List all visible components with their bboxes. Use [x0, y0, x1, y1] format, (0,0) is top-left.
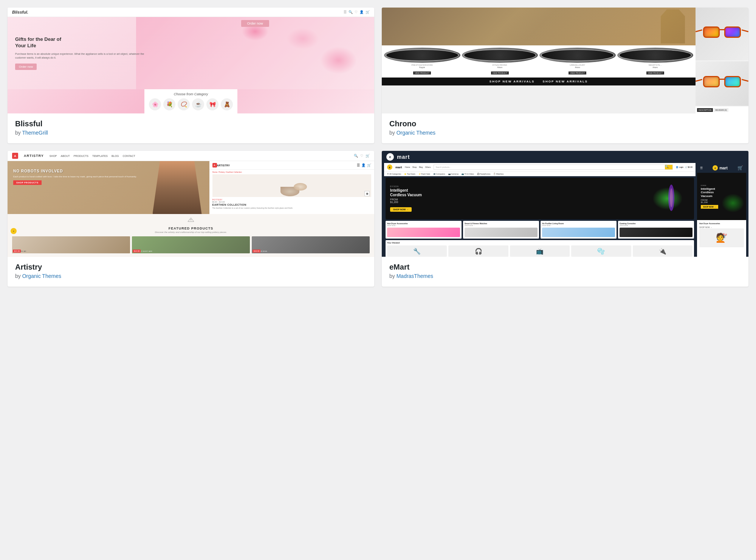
emart-header-bar: e mart — [382, 151, 748, 163]
sunglass-shape-1 — [701, 25, 743, 43]
desc-tab-btn[interactable]: DESCRIPTION — [697, 108, 713, 112]
blissful-flowers-decoration — [136, 17, 375, 89]
artistry-products-grid: STONEWARE JAR $24.99 SUCCULENT SHORT VAS… — [12, 236, 370, 253]
emart-cat-flash[interactable]: ⚡ Flash Sale — [418, 173, 430, 175]
emart-nav-logo: e — [387, 164, 392, 170]
emart-hero-section: DYSON IntelligentCordless Vacuum FROM$1,… — [386, 178, 694, 219]
artistry-shop-btn[interactable]: SHOP PRODUCTS — [13, 180, 42, 185]
artistry-product-0: STONEWARE JAR $24.99 — [12, 236, 130, 253]
artistry-pottery-desc: The Earthen Collection is a set of our c… — [212, 207, 372, 209]
artistry-brand: ARTISTRY — [24, 154, 44, 158]
artistry-info: Artistry by Organic Themes — [8, 257, 374, 287]
emart-mobile-glow — [722, 194, 744, 213]
emart-nav-bar: e mart Home Shop Blog Others Search prod… — [384, 163, 696, 171]
emart-cat-watches[interactable]: ⌚ Watches — [493, 173, 503, 175]
artistry-mobile-icons: ☰ 👤 🛒 — [357, 163, 371, 167]
emart-preview: e mart e mart Home Shop Blog Others — [382, 151, 748, 257]
artistry-expand-icon: ⊕ — [364, 191, 370, 196]
artistry-breadcrumb: Home / Pottery / Earthen Collection — [209, 170, 375, 174]
emart-search-input[interactable]: Search products... — [434, 165, 665, 169]
sunglass-bridge-1 — [720, 29, 724, 32]
watch-btn-0[interactable]: VIEW PRODUCT — [413, 71, 431, 74]
blissful-hero-left: Gifts for the Dear ofYour Life Purchase … — [8, 17, 154, 89]
emart-catcard-link-1[interactable]: SHOP NOW → — [465, 225, 538, 226]
emart-viewed-item-3: 🫧 Smart Front Load Washing Machine 9kg $… — [571, 245, 631, 257]
watch-btn-1[interactable]: VIEW PRODUCT — [491, 71, 509, 74]
artistry-pottery-name: EARTHEN COLLECTION — [212, 203, 372, 206]
emart-nav-brand: mart — [395, 166, 402, 169]
artistry-pottery-price: $6.00 – $14.00 — [212, 201, 372, 203]
artistry-prev-arrow[interactable]: ‹ — [11, 228, 17, 234]
artistry-section-icon — [12, 217, 370, 224]
sunglass-arm-right-2 — [742, 79, 748, 82]
watch-price-2: Arturo — [539, 66, 616, 68]
watch-img-3 — [617, 48, 694, 63]
sunglass-bridge-2 — [720, 79, 724, 82]
sunglasses-bottom — [696, 61, 748, 106]
sunglass-lens-right-2 — [724, 76, 741, 87]
theme-card-artistry[interactable]: A ARTISTRY SHOP ABOUT PRODUCTS TEMPLATES… — [8, 151, 374, 287]
watch-item-1: DYNACHRONO Arturo VIEW PRODUCT — [462, 48, 538, 75]
emart-cat-headphones[interactable]: 🎧 Headphones — [477, 173, 491, 175]
artistry-nav: A ARTISTRY SHOP ABOUT PRODUCTS TEMPLATES… — [8, 151, 374, 161]
theme-card-blissful[interactable]: Blissful. ☰🔍♡👤🛒 Gifts for the Dear ofYou… — [8, 8, 374, 143]
emart-mobile-shop-btn[interactable]: SHOP NOW → — [701, 205, 718, 209]
emart-viewed-item-4: 🔌 USB Cable F-5020 charging cable, etc $… — [633, 245, 692, 257]
emart-mobile-sidebar: ☰ e mart 🛒 DYSON IntelligentCordlessVacu… — [697, 163, 746, 257]
artistry-hero-left: NO ROBOTS INVOLVED Each product is hand-… — [8, 161, 209, 214]
theme-card-emart[interactable]: e mart e mart Home Shop Blog Others — [382, 151, 748, 287]
emart-catcard-link-0[interactable]: SHOP NOW → — [387, 225, 460, 226]
emart-search-btn[interactable]: 🔍 — [665, 165, 672, 169]
emart-cat-computers[interactable]: 💻 Computers — [433, 173, 445, 175]
blissful-info: Blissful by ThemeGrill — [8, 113, 374, 143]
blissful-preview: Blissful. ☰🔍♡👤🛒 Gifts for the Dear ofYou… — [8, 8, 374, 113]
emart-mobile-hero: DYSON IntelligentCordlessVacuum FROM$1,2… — [697, 173, 746, 220]
emart-cat-cameras[interactable]: 📷 Cameras — [448, 173, 459, 175]
emart-mobile-logo-wrap: ☰ — [700, 166, 703, 170]
watch-price-1: Arturo — [462, 66, 538, 68]
artistry-name: Artistry — [15, 263, 367, 271]
emart-cat-deals[interactable]: ⭐ Top Deals — [404, 173, 415, 175]
blissful-cat-circles: 🌸 💐 📿 ☕ 🎀 🧸 — [149, 98, 233, 110]
artistry-product-price-1: $14.99 — [133, 250, 141, 253]
chrono-info: Chrono by Organic Themes — [382, 113, 748, 143]
pottery-bowl-2 — [294, 183, 307, 191]
emart-catcard-img-2 — [542, 228, 615, 237]
emart-viewed-item-0: 🔧 Home Steam Iron for Clothe... $1.69 — [387, 245, 447, 257]
emart-author-link[interactable]: MadrasThemes — [397, 273, 433, 279]
emart-catcard-link-3[interactable]: SHOP NOW → — [620, 225, 692, 226]
chrono-author-link[interactable]: Organic Themes — [397, 130, 435, 136]
emart-viewed-title: You Viewed — [387, 242, 692, 244]
blissful-cat-title: Choose from Category — [149, 92, 233, 96]
blissful-hero-text: Purchase items is an absolute unique exp… — [15, 52, 147, 60]
watch-btn-2[interactable]: VIEW PRODUCT — [569, 71, 586, 74]
reviews-tab-btn[interactable]: REVIEWS (0) — [714, 108, 728, 112]
blissful-hero-title: Gifts for the Dear ofYour Life — [15, 36, 147, 49]
watch-btn-3[interactable]: VIEW PRODUCT — [646, 71, 664, 74]
emart-cat-tv[interactable]: 📺 TV & Video — [462, 173, 474, 175]
emart-shop-now-btn[interactable]: SHOP NOW → — [390, 207, 412, 212]
emart-cat-all[interactable]: ☰ All Categories — [387, 173, 401, 175]
artistry-product-hero: ⊕ — [212, 174, 372, 197]
emart-catcard-link-2[interactable]: SHOP NOW → — [542, 225, 615, 226]
artistry-woman — [145, 161, 202, 214]
artistry-logo: A — [12, 153, 18, 159]
emart-catcard-img-3 — [620, 228, 692, 237]
artistry-author-link[interactable]: Organic Themes — [22, 273, 61, 279]
sunglass-shape-2 — [701, 74, 743, 93]
blissful-author-link[interactable]: ThemeGrill — [22, 130, 48, 136]
theme-card-chrono[interactable]: PRESTIGEHORIZONS Kaypix VIEW PRODUCT DYN… — [382, 8, 748, 143]
artistry-hero-text: NO ROBOTS INVOLVED Each product is hand-… — [13, 169, 136, 185]
artistry-hero-subtitle: Each product is hand-crafted with love. … — [13, 175, 136, 178]
sunglass-arm-right-1 — [742, 29, 748, 33]
emart-viewed-img-1: 🎧 — [448, 245, 508, 257]
emart-cat-card-1: Smart & Fitness Watches SHOP NOW → — [463, 221, 539, 239]
blissful-name: Blissful — [15, 119, 367, 128]
blissful-order-btn[interactable]: Order now — [15, 64, 37, 70]
blissful-hero: Gifts for the Dear ofYour Life Purchase … — [8, 17, 374, 89]
watch-price-0: Kaypix — [384, 66, 460, 68]
emart-viewed-section: You Viewed 🔧 Home Steam Iron for Clothe.… — [386, 240, 694, 257]
emart-mobile-prod-name: Hair Dryer Accessories — [699, 222, 744, 225]
emart-search-bar: Search products... 🔍 — [434, 164, 673, 170]
emart-cat-card-2: Air Purifier Living Room SHOP NOW → — [541, 221, 617, 239]
